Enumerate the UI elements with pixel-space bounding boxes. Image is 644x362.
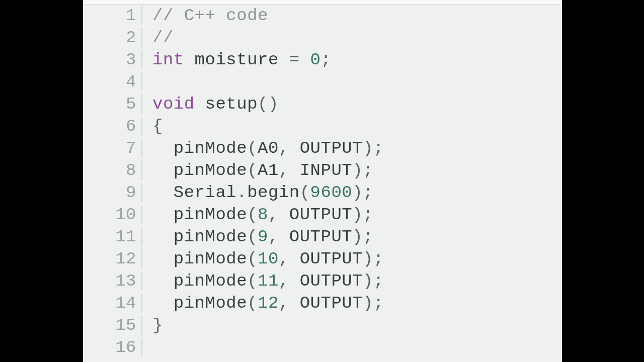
code-editor-pane[interactable]: 1// C++ code2//3int moisture = 0;45void … bbox=[83, 0, 562, 362]
code-text[interactable]: } bbox=[142, 316, 163, 335]
code-text[interactable]: int moisture = 0; bbox=[142, 50, 331, 69]
code-token: pinMode bbox=[152, 227, 247, 246]
code-token: ( bbox=[247, 249, 258, 268]
code-text[interactable]: Serial.begin(9600); bbox=[142, 183, 373, 202]
code-token: pinMode bbox=[152, 272, 247, 291]
editor-top-border bbox=[83, 0, 562, 5]
code-token: 9600 bbox=[310, 183, 353, 202]
code-token: Serial bbox=[152, 183, 236, 202]
code-text[interactable]: pinMode(9, OUTPUT); bbox=[142, 227, 373, 246]
line-number: 1 bbox=[83, 6, 142, 25]
code-token: pinMode bbox=[152, 205, 247, 224]
code-line[interactable]: 11 pinMode(9, OUTPUT); bbox=[83, 226, 562, 248]
code-text[interactable]: // bbox=[142, 28, 174, 47]
code-line[interactable]: 16 bbox=[83, 336, 562, 358]
code-token: ( bbox=[247, 272, 258, 291]
line-number: 2 bbox=[83, 28, 142, 47]
code-text[interactable]: pinMode(12, OUTPUT); bbox=[142, 294, 384, 313]
code-token: 0 bbox=[310, 50, 321, 69]
code-token: void bbox=[152, 95, 195, 114]
line-number: 15 bbox=[83, 316, 142, 335]
code-token: OUTPUT bbox=[289, 227, 352, 246]
code-token: , bbox=[268, 205, 289, 224]
line-number: 9 bbox=[83, 183, 142, 202]
code-token: ( bbox=[247, 161, 258, 180]
code-rows[interactable]: 1// C++ code2//3int moisture = 0;45void … bbox=[83, 5, 562, 358]
code-line[interactable]: 6{ bbox=[83, 115, 562, 137]
code-token: // bbox=[152, 28, 174, 47]
code-token: ( bbox=[247, 139, 258, 158]
line-number: 5 bbox=[83, 95, 142, 114]
code-token: ); bbox=[352, 183, 373, 202]
code-text[interactable]: // C++ code bbox=[142, 6, 268, 25]
line-number: 13 bbox=[83, 272, 142, 291]
code-line[interactable]: 1// C++ code bbox=[83, 5, 562, 27]
code-token: pinMode bbox=[152, 249, 247, 268]
code-token: // C++ code bbox=[152, 6, 268, 25]
code-token: setup bbox=[195, 95, 258, 114]
code-token: pinMode bbox=[152, 161, 247, 180]
code-token: int bbox=[152, 50, 184, 69]
code-token: 8 bbox=[258, 205, 268, 224]
code-line[interactable]: 14 pinMode(12, OUTPUT); bbox=[83, 292, 562, 314]
code-token: ); bbox=[363, 294, 384, 313]
code-token bbox=[300, 50, 310, 69]
code-token: , bbox=[279, 139, 300, 158]
code-token: 11 bbox=[258, 272, 279, 291]
code-line[interactable]: 4 bbox=[83, 71, 562, 93]
code-text[interactable]: pinMode(8, OUTPUT); bbox=[142, 205, 373, 224]
code-token: () bbox=[258, 95, 279, 114]
code-token: ); bbox=[352, 227, 373, 246]
code-token: ( bbox=[247, 294, 258, 313]
code-token: A0 bbox=[258, 139, 279, 158]
code-line[interactable]: 8 pinMode(A1, INPUT); bbox=[83, 159, 562, 182]
code-token: INPUT bbox=[300, 161, 353, 180]
code-text[interactable]: { bbox=[142, 117, 163, 136]
line-number: 10 bbox=[83, 205, 142, 224]
code-token: A1 bbox=[258, 161, 279, 180]
code-token: } bbox=[152, 316, 163, 335]
code-text[interactable]: pinMode(11, OUTPUT); bbox=[142, 272, 384, 291]
code-text[interactable]: pinMode(A1, INPUT); bbox=[142, 161, 373, 180]
code-token: ( bbox=[247, 205, 258, 224]
line-number: 4 bbox=[83, 72, 142, 92]
line-number: 7 bbox=[83, 139, 142, 158]
code-line[interactable]: 2// bbox=[83, 27, 562, 49]
code-token: , bbox=[279, 294, 300, 313]
code-line[interactable]: 12 pinMode(10, OUTPUT); bbox=[83, 248, 562, 270]
code-token: OUTPUT bbox=[300, 249, 363, 268]
code-line[interactable]: 10 pinMode(8, OUTPUT); bbox=[83, 204, 562, 226]
code-token: . bbox=[236, 183, 247, 202]
code-text[interactable]: pinMode(A0, OUTPUT); bbox=[142, 139, 384, 158]
line-number: 3 bbox=[83, 50, 142, 69]
code-token: pinMode bbox=[152, 139, 247, 158]
code-line[interactable]: 15} bbox=[83, 314, 562, 336]
code-token: , bbox=[279, 249, 300, 268]
code-line[interactable]: 13 pinMode(11, OUTPUT); bbox=[83, 270, 562, 292]
code-token: , bbox=[279, 272, 300, 291]
code-line[interactable]: 5void setup() bbox=[83, 93, 562, 115]
line-number: 12 bbox=[83, 249, 142, 268]
code-token: ); bbox=[352, 205, 373, 224]
code-token: 10 bbox=[258, 249, 279, 268]
code-line[interactable]: 7 pinMode(A0, OUTPUT); bbox=[83, 137, 562, 159]
code-text[interactable]: pinMode(10, OUTPUT); bbox=[142, 249, 384, 268]
code-token: OUTPUT bbox=[300, 272, 363, 291]
code-token: ; bbox=[320, 50, 331, 69]
code-token: ( bbox=[247, 227, 258, 246]
line-number: 8 bbox=[83, 161, 142, 180]
line-number: 11 bbox=[83, 227, 142, 246]
code-token: 9 bbox=[258, 227, 268, 246]
code-line[interactable]: 3int moisture = 0; bbox=[83, 49, 562, 71]
code-line[interactable]: 9 Serial.begin(9600); bbox=[83, 182, 562, 204]
code-token: ); bbox=[363, 249, 384, 268]
code-token: = bbox=[289, 50, 300, 69]
code-token: 12 bbox=[258, 294, 279, 313]
code-token: begin bbox=[247, 183, 300, 202]
line-number: 16 bbox=[83, 338, 142, 357]
code-token: moisture bbox=[184, 50, 289, 69]
code-text[interactable]: void setup() bbox=[142, 95, 279, 114]
code-token: ( bbox=[300, 183, 310, 202]
code-token: ); bbox=[363, 272, 384, 291]
code-token: pinMode bbox=[152, 294, 247, 313]
